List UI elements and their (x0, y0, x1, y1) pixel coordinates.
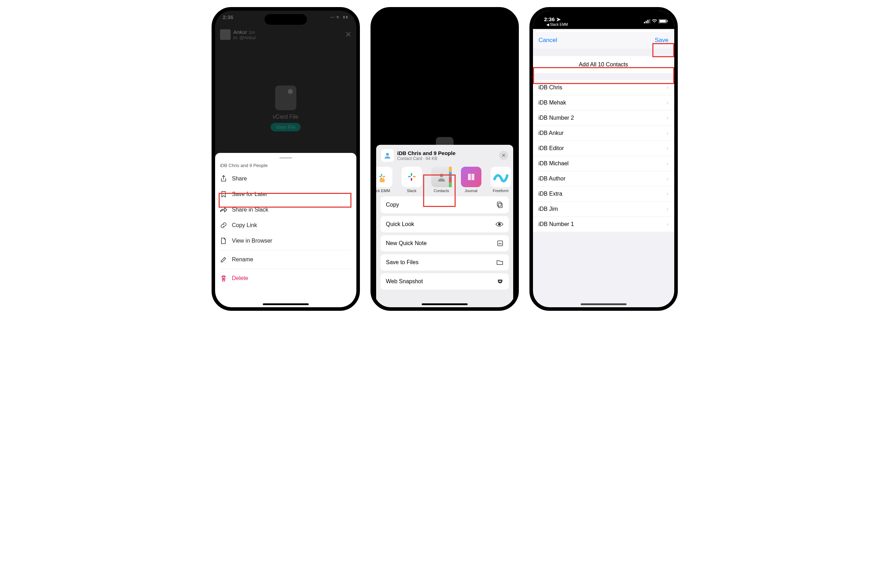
svg-rect-3 (381, 174, 382, 176)
contact-item[interactable]: iDB Michael› (533, 156, 674, 171)
bookmark-icon (220, 191, 227, 198)
contact-name: iDB Editor (539, 145, 564, 152)
wifi-icon (652, 19, 657, 23)
sheet-grabber[interactable] (279, 157, 292, 159)
nav-bar: Cancel Save (533, 32, 674, 49)
chevron-right-icon: › (667, 191, 668, 197)
svg-point-0 (386, 153, 389, 156)
chevron-right-icon: › (667, 115, 668, 121)
freeform-icon (490, 167, 511, 187)
chevron-right-icon: › (667, 221, 668, 227)
share-app-journal[interactable]: Journal (457, 167, 485, 193)
share-row[interactable]: Share (215, 171, 356, 186)
contact-item[interactable]: iDB Mehak› (533, 95, 674, 111)
status-time: 2:36 (223, 14, 234, 26)
share-app-freeform[interactable]: Freeform (487, 167, 513, 193)
contact-item[interactable]: iDB Number 2› (533, 111, 674, 126)
chevron-right-icon: › (667, 84, 668, 91)
delete-row[interactable]: Delete (215, 270, 356, 286)
slack-file-header: Ankur 1m in: @Ankur ✕ (215, 26, 356, 43)
link-icon (220, 222, 227, 229)
phone-3-contacts-import: 2:36 ➤ ◀ Slack EMM Cancel Save Add All 1… (529, 7, 678, 311)
trash-icon (220, 275, 227, 282)
svg-rect-11 (498, 203, 502, 208)
quick-look-action[interactable]: Quick Look (381, 216, 509, 232)
notch (265, 14, 307, 25)
view-file-button[interactable]: View File (271, 123, 301, 131)
svg-point-13 (498, 223, 501, 225)
quick-look-label: Quick Look (386, 221, 414, 227)
svg-rect-5 (380, 179, 385, 182)
close-icon[interactable]: ✕ (345, 30, 351, 39)
contacts-list[interactable]: iDB Chris› iDB Mehak› iDB Number 2› iDB … (533, 80, 674, 232)
share-title: iDB Chris and 9 People (397, 150, 496, 156)
journal-icon (461, 167, 481, 187)
share-label: Share (232, 176, 247, 182)
copy-action[interactable]: Copy (381, 196, 509, 213)
pencil-icon (220, 256, 227, 263)
close-icon[interactable]: ✕ (499, 151, 508, 160)
new-note-action[interactable]: New Quick Note (381, 235, 509, 252)
share-app-row[interactable]: ack EMM Slack Contacts (376, 165, 513, 196)
chevron-right-icon: › (667, 176, 668, 182)
chevron-right-icon: › (667, 100, 668, 106)
note-icon (497, 240, 503, 246)
svg-point-10 (440, 174, 443, 177)
contact-item[interactable]: iDB Jim› (533, 202, 674, 217)
file-icon (275, 86, 296, 110)
app-label: Journal (465, 189, 477, 193)
home-indicator[interactable] (263, 303, 309, 305)
phone-1-slack-menu: 2:36 ··· ᯤ ▮▮ Ankur 1m in: @Ankur ✕ vCar… (211, 7, 360, 311)
divider (220, 269, 351, 269)
divider (220, 250, 351, 250)
save-later-label: Save for Later (232, 191, 268, 197)
svg-rect-8 (411, 173, 412, 176)
share-slack-row[interactable]: Share in Slack (215, 202, 356, 218)
contact-item[interactable]: iDB Number 1› (533, 217, 674, 232)
status-indicators: ··· ᯤ ▮▮ (330, 14, 349, 26)
view-browser-row[interactable]: View in Browser (215, 233, 356, 249)
notch (582, 14, 625, 25)
svg-rect-16 (646, 21, 647, 23)
page-icon (220, 237, 227, 244)
contact-item[interactable]: iDB Ankur› (533, 126, 674, 141)
share-app-slack[interactable]: Slack (398, 167, 426, 193)
home-indicator[interactable] (581, 303, 627, 305)
svg-rect-21 (667, 20, 667, 22)
action-sheet: iDB Chris and 9 People Share Save for La… (215, 153, 356, 307)
contact-name: iDB Ankur (539, 130, 564, 136)
save-button[interactable]: Save (655, 37, 669, 44)
contact-item[interactable]: iDB Extra› (533, 186, 674, 202)
svg-rect-18 (649, 19, 650, 23)
save-files-action[interactable]: Save to Files (381, 254, 509, 270)
contact-item[interactable]: iDB Chris› (533, 80, 674, 95)
web-snapshot-action[interactable]: Web Snapshot (381, 273, 509, 290)
app-label: Contacts (434, 189, 449, 193)
contact-name: iDB Number 2 (539, 115, 574, 121)
folder-icon (496, 260, 503, 265)
app-label: Freeform (493, 189, 508, 193)
add-all-button[interactable]: Add All 10 Contacts (533, 56, 674, 73)
file-type-label: vCard File (273, 114, 298, 120)
svg-rect-12 (497, 202, 501, 206)
home-indicator[interactable] (422, 303, 468, 305)
contact-name: iDB Michael (539, 160, 569, 167)
back-to-app[interactable]: ◀ Slack EMM (544, 22, 568, 27)
svg-rect-17 (648, 20, 649, 23)
contact-item[interactable]: iDB Author› (533, 171, 674, 186)
copy-link-row[interactable]: Copy Link (215, 218, 356, 233)
rename-row[interactable]: Rename (215, 252, 356, 267)
contact-name: iDB Extra (539, 191, 563, 197)
chevron-right-icon: › (667, 206, 668, 212)
copy-label: Copy (386, 202, 399, 208)
notch (423, 14, 466, 25)
forward-icon (220, 206, 227, 213)
save-later-row[interactable]: Save for Later (215, 186, 356, 202)
svg-rect-6 (408, 176, 411, 177)
contact-card-icon (381, 149, 394, 162)
share-app-slack-emm[interactable]: ack EMM (376, 167, 396, 193)
cancel-button[interactable]: Cancel (539, 37, 557, 44)
contact-item[interactable]: iDB Editor› (533, 141, 674, 156)
share-app-contacts[interactable]: Contacts (428, 167, 455, 193)
signal-icon (644, 19, 650, 23)
